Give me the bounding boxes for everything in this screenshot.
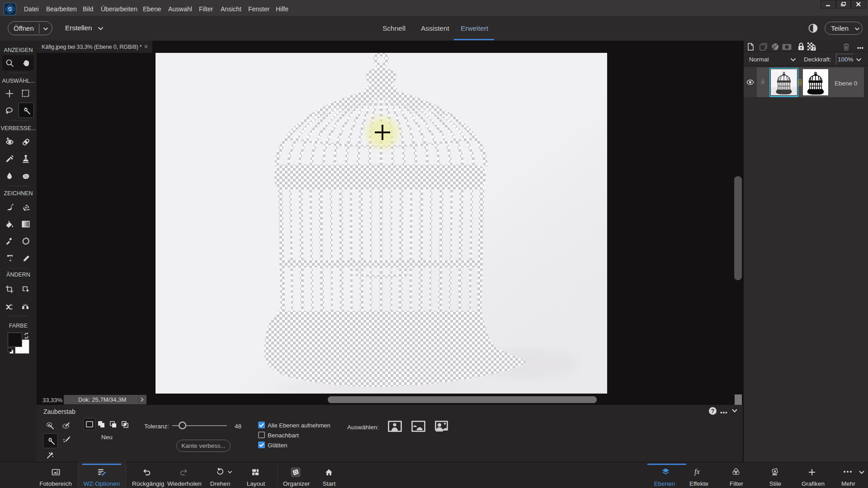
svg-text:fx: fx — [694, 468, 700, 476]
svg-text:?: ? — [711, 408, 714, 414]
